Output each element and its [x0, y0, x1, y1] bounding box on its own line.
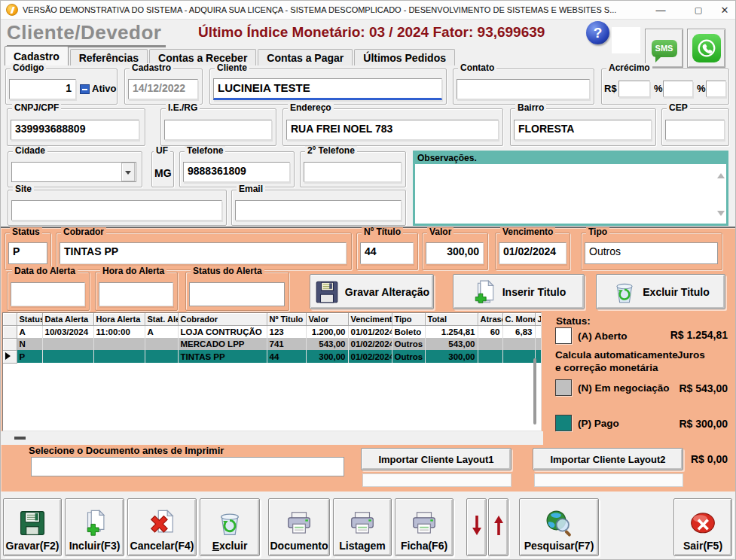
tipo-label: Tipo — [586, 227, 609, 237]
tipo-select[interactable]: Outros — [585, 242, 718, 264]
status-select[interactable]: P — [8, 242, 47, 264]
excluir-button[interactable]: Excluir — [200, 498, 260, 556]
ficha-button[interactable]: Ficha(F6) — [395, 498, 454, 556]
whatsapp-button[interactable] — [687, 29, 725, 68]
cidade-label: Cidade — [13, 146, 47, 156]
tab-contas-a-pagar[interactable]: Contas a Pagar — [258, 49, 353, 65]
data-alerta-field[interactable] — [11, 282, 85, 306]
email-field[interactable] — [235, 200, 402, 221]
cliente-label: Cliente — [215, 63, 249, 73]
endereco-field[interactable]: RUA FREI NOEL 783 — [286, 120, 499, 140]
row-selector — [3, 338, 17, 350]
selector-header — [3, 313, 17, 326]
previous-record-button[interactable] — [466, 498, 487, 556]
cep-field[interactable] — [665, 120, 725, 140]
bairro-label: Bairro — [515, 103, 546, 113]
cnpj-field[interactable]: 339993688809 — [11, 120, 139, 140]
telefone2-field[interactable] — [304, 162, 402, 182]
col-status[interactable]: Status — [17, 313, 42, 326]
cell — [145, 338, 178, 350]
cell: N — [17, 338, 42, 350]
cadastro-label: Cadastro — [130, 63, 173, 73]
uf-value: MG — [154, 167, 172, 179]
acrecimo-pct2-field[interactable] — [706, 81, 726, 97]
cidade-dropdown-button[interactable] — [121, 163, 135, 181]
app-icon — [6, 4, 18, 16]
observacoes-field[interactable] — [415, 164, 726, 224]
cadastro-date-field[interactable]: 14/12/2022 — [128, 79, 198, 99]
ierg-field[interactable] — [164, 120, 272, 140]
cancelar-button[interactable]: Cancelar(F4) — [127, 498, 197, 556]
col-n-titulo[interactable]: Nº Titulo — [267, 313, 306, 326]
close-button[interactable]: ✕ — [713, 1, 736, 20]
minimize-button[interactable]: — — [646, 1, 676, 20]
col-atraso[interactable]: Atraso — [478, 313, 502, 326]
legend-negociacao-amount: R$ 543,00 — [634, 382, 728, 394]
scroll-up-icon[interactable] — [717, 169, 725, 178]
scroll-down-icon[interactable] — [717, 211, 725, 220]
ntitulo-field[interactable]: 44 — [360, 242, 414, 264]
acrecimo-valor-field[interactable] — [618, 81, 650, 97]
col-total[interactable]: Total — [425, 313, 478, 326]
whatsapp-icon — [692, 34, 721, 62]
inserir-titulo-button[interactable]: Inserir Titulo — [453, 274, 585, 309]
inserir-titulo-label: Inserir Titulo — [502, 286, 567, 298]
gravar-button[interactable]: Gravar(F2) — [3, 498, 62, 556]
acrecimo-pct1-field[interactable] — [663, 81, 693, 97]
sms-button[interactable]: SMS — [645, 29, 683, 68]
vencimento-field[interactable]: 01/02/2024 — [499, 242, 567, 264]
col-hora-alerta[interactable]: Hora Alerta — [93, 313, 145, 326]
bairro-field[interactable]: FLORESTA — [514, 120, 652, 140]
documento-button[interactable]: Documento — [268, 498, 330, 556]
cliente-field[interactable]: LUCINEIA TESTE — [213, 78, 442, 100]
table-row[interactable]: N MERCADO LPP 741 543,00 01/02/2024 Outr… — [3, 338, 542, 350]
cidade-select[interactable] — [11, 162, 136, 182]
col-valor[interactable]: Valor — [306, 313, 348, 326]
col-stat-ale[interactable]: Stat. Ale — [145, 313, 178, 326]
grid-vertical-scrollbar[interactable] — [533, 358, 536, 425]
email-label: Email — [237, 184, 265, 194]
search-globe-icon — [544, 509, 574, 537]
telefone-field[interactable]: 9888361809 — [183, 162, 290, 182]
vencimento-label: Vencimento — [500, 227, 555, 237]
gravar-alteracao-button[interactable]: Gravar Alteração — [310, 274, 434, 309]
gravar-label: Gravar(F2) — [6, 540, 60, 552]
cell: 1.254,81 — [425, 326, 478, 339]
contato-field[interactable] — [457, 79, 590, 99]
site-field[interactable] — [11, 200, 222, 221]
tab-ultimos-pedidos[interactable]: Últimos Pedidos — [354, 49, 455, 65]
sair-button[interactable]: Sair(F5) — [673, 498, 732, 556]
importar-layout1-button[interactable]: Importar Cliente Layout1 — [361, 448, 512, 470]
next-record-button[interactable] — [488, 498, 508, 556]
ativo-checkbox[interactable] — [80, 84, 90, 94]
acrecimo-rs-label: R$ — [604, 83, 617, 94]
documento-select[interactable] — [31, 457, 344, 476]
cell: Boleto — [392, 326, 425, 339]
row-selector — [3, 326, 17, 339]
col-cobrador[interactable]: Cobrador — [178, 313, 267, 326]
maximize-button[interactable]: ▢ — [683, 1, 713, 20]
col-data-alerta[interactable]: Data Alerta — [42, 313, 93, 326]
col-j[interactable]: J — [535, 313, 542, 326]
pesquisar-label: Pesquisar(F7) — [524, 540, 594, 552]
table-row-selected[interactable]: P TINTAS PP 44 300,00 01/02/2024 Outros … — [3, 350, 542, 363]
acrecimo-pct2-label: % — [697, 83, 706, 94]
col-c-mone[interactable]: C. Mone — [502, 313, 535, 326]
col-tipo[interactable]: Tipo — [392, 313, 425, 326]
status-alerta-select[interactable] — [189, 282, 285, 306]
grid-horizontal-scrollbar[interactable] — [14, 437, 26, 440]
incluir-button[interactable]: Incluir(F3) — [65, 498, 124, 556]
importar-layout2-button[interactable]: Importar Cliente Layout2 — [533, 448, 683, 470]
help-icon[interactable]: ? — [586, 21, 609, 44]
cobrador-field[interactable]: TINTAS PP — [60, 242, 347, 264]
table-row[interactable]: A 10/03/2024 11:00:00 A LOJA CONTRUÇÃO 1… — [3, 326, 542, 339]
cell: 300,00 — [425, 350, 478, 363]
col-vencimento[interactable]: Vencimento — [348, 313, 392, 326]
hora-alerta-field[interactable] — [99, 282, 173, 306]
codigo-field[interactable]: 1 — [9, 79, 76, 99]
listagem-button[interactable]: Listagem — [333, 498, 392, 556]
valor-field[interactable]: 300,00 — [426, 242, 484, 264]
pesquisar-button[interactable]: Pesquisar(F7) — [519, 498, 599, 556]
excluir-titulo-button[interactable]: Excluir Titulo — [596, 274, 725, 309]
valor-label: Valor — [427, 227, 454, 237]
